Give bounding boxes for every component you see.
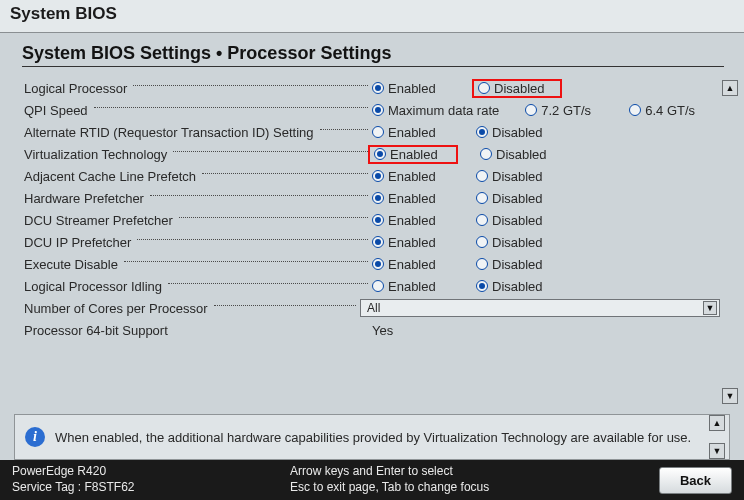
setting-row: Adjacent Cache Line Prefetch EnabledDisa…	[24, 165, 720, 187]
setting-label-cell: Adjacent Cache Line Prefetch	[24, 169, 372, 184]
leader-dots	[124, 261, 368, 262]
info-icon: i	[25, 427, 45, 447]
radio-label: Disabled	[492, 125, 543, 140]
setting-row: Logical Processor EnabledDisabled	[24, 77, 720, 99]
radio-icon	[476, 258, 488, 270]
help-text: When enabled, the additional hardware ca…	[55, 430, 699, 445]
radio-icon	[629, 104, 641, 116]
window-title: System BIOS	[0, 0, 744, 33]
setting-label: Number of Cores per Processor	[24, 301, 208, 316]
setting-row: Virtualization Technology EnabledDisable…	[24, 143, 720, 165]
radio-max-data-rate[interactable]: Maximum data rate	[372, 103, 499, 118]
setting-row: Logical Processor Idling EnabledDisabled	[24, 275, 720, 297]
radio-label: Disabled	[492, 279, 543, 294]
radio-enabled[interactable]: Enabled	[372, 191, 450, 206]
setting-value-cell: EnabledDisabled	[372, 81, 720, 96]
radio-icon	[478, 82, 490, 94]
radio-label: Disabled	[492, 235, 543, 250]
setting-label: Adjacent Cache Line Prefetch	[24, 169, 196, 184]
radio-disabled[interactable]: Disabled	[480, 147, 558, 162]
radio-disabled[interactable]: Disabled	[476, 257, 554, 272]
radio-disabled[interactable]: Disabled	[476, 169, 554, 184]
cores-select[interactable]: All▼	[360, 299, 720, 317]
main-scrollbar[interactable]: ▲ ▼	[722, 80, 738, 404]
help-panel: i When enabled, the additional hardware …	[14, 414, 730, 460]
radio-disabled[interactable]: Disabled	[476, 191, 554, 206]
radio-label: Enabled	[388, 213, 436, 228]
setting-label: QPI Speed	[24, 103, 88, 118]
scroll-up-icon[interactable]: ▲	[722, 80, 738, 96]
setting-row: DCU IP Prefetcher EnabledDisabled	[24, 231, 720, 253]
radio-label: Disabled	[494, 81, 545, 96]
radio-enabled[interactable]: Enabled	[372, 235, 450, 250]
help-scrollbar[interactable]: ▲ ▼	[709, 415, 725, 459]
settings-panel: Logical Processor EnabledDisabled QPI Sp…	[0, 73, 744, 341]
model-label: PowerEdge R420	[12, 464, 135, 480]
radio-icon	[372, 126, 384, 138]
setting-row: Alternate RTID (Requestor Transaction ID…	[24, 121, 720, 143]
radio-icon	[476, 236, 488, 248]
setting-label: Virtualization Technology	[24, 147, 167, 162]
radio-label: 6.4 GT/s	[645, 103, 695, 118]
setting-value-cell: EnabledDisabled	[372, 147, 720, 162]
radio-label: Enabled	[388, 191, 436, 206]
setting-label-cell: Logical Processor	[24, 81, 372, 96]
chevron-down-icon: ▼	[703, 301, 717, 315]
setting-label: Processor 64-bit Support	[24, 323, 168, 338]
setting-label-cell: Virtualization Technology	[24, 147, 372, 162]
footer-bar: PowerEdge R420 Service Tag : F8STF62 Arr…	[0, 460, 744, 500]
setting-row: Processor 64-bit Support Yes	[24, 319, 720, 341]
radio-icon	[476, 214, 488, 226]
radio-disabled[interactable]: Disabled	[478, 81, 556, 96]
setting-value-cell: EnabledDisabled	[372, 257, 720, 272]
setting-value-cell: EnabledDisabled	[372, 213, 720, 228]
scroll-up-icon[interactable]: ▲	[709, 415, 725, 431]
radio-enabled[interactable]: Enabled	[372, 169, 450, 184]
setting-label: Logical Processor	[24, 81, 127, 96]
setting-label: DCU IP Prefetcher	[24, 235, 131, 250]
radio-disabled[interactable]: Disabled	[476, 235, 554, 250]
radio-icon	[372, 170, 384, 182]
setting-label-cell: QPI Speed	[24, 103, 372, 118]
radio-enabled[interactable]: Enabled	[372, 257, 450, 272]
radio-enabled[interactable]: Enabled	[372, 279, 450, 294]
leader-dots	[173, 151, 368, 152]
setting-value-cell: EnabledDisabled	[372, 169, 720, 184]
select-value: All	[367, 301, 380, 315]
radio-72gts[interactable]: 7.2 GT/s	[525, 103, 603, 118]
radio-enabled[interactable]: Enabled	[372, 125, 450, 140]
radio-icon	[374, 148, 386, 160]
radio-label: Enabled	[388, 279, 436, 294]
setting-label: Alternate RTID (Requestor Transaction ID…	[24, 125, 314, 140]
radio-64gts[interactable]: 6.4 GT/s	[629, 103, 707, 118]
setting-label-cell: DCU Streamer Prefetcher	[24, 213, 372, 228]
setting-row: Number of Cores per Processor All▼	[24, 297, 720, 319]
scroll-down-icon[interactable]: ▼	[709, 443, 725, 459]
radio-label: Disabled	[492, 191, 543, 206]
leader-dots	[94, 107, 368, 108]
scroll-down-icon[interactable]: ▼	[722, 388, 738, 404]
back-button[interactable]: Back	[659, 467, 732, 494]
radio-disabled[interactable]: Disabled	[476, 279, 554, 294]
radio-icon	[476, 280, 488, 292]
setting-value-cell: Maximum data rate7.2 GT/s6.4 GT/s	[372, 103, 720, 118]
service-tag-value: F8STF62	[85, 480, 135, 494]
radio-icon	[372, 192, 384, 204]
radio-label: Enabled	[388, 81, 436, 96]
radio-label: Disabled	[492, 169, 543, 184]
radio-enabled[interactable]: Enabled	[372, 81, 450, 96]
radio-enabled[interactable]: Enabled	[372, 213, 450, 228]
setting-value-cell: EnabledDisabled	[372, 279, 720, 294]
radio-disabled[interactable]: Disabled	[476, 125, 554, 140]
radio-icon	[372, 82, 384, 94]
setting-label: Logical Processor Idling	[24, 279, 162, 294]
leader-dots	[168, 283, 368, 284]
static-value: Yes	[372, 323, 393, 338]
radio-disabled[interactable]: Disabled	[476, 213, 554, 228]
radio-icon	[476, 192, 488, 204]
service-tag-label: Service Tag :	[12, 480, 81, 494]
radio-label: Disabled	[492, 213, 543, 228]
radio-enabled[interactable]: Enabled	[374, 147, 452, 162]
leader-dots	[133, 85, 368, 86]
leader-dots	[179, 217, 368, 218]
